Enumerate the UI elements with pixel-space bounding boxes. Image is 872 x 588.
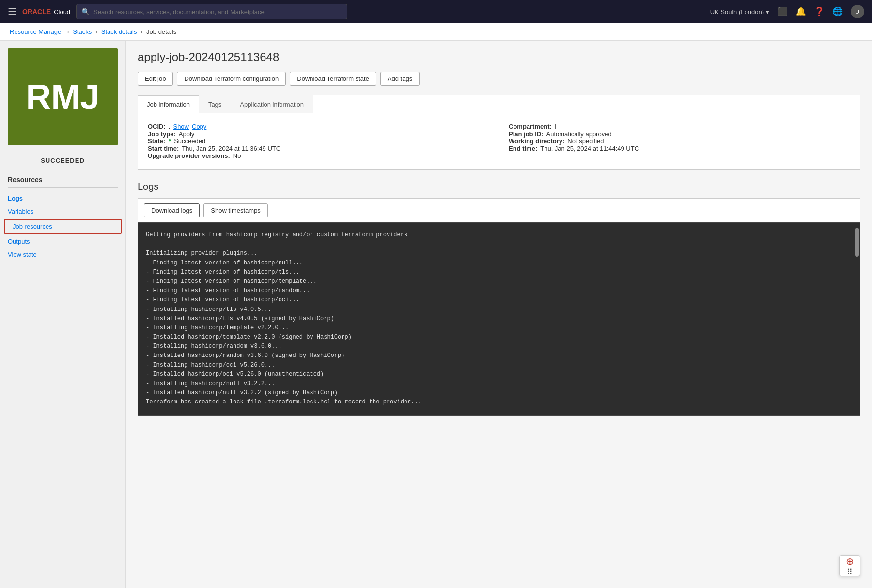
sidebar-link-job-resources[interactable]: Job resources bbox=[5, 220, 121, 233]
logs-title: Logs bbox=[138, 181, 860, 192]
resources-header: Resources bbox=[0, 168, 125, 187]
info-start-time-row: Start time: Thu, Jan 25, 2024 at 11:36:4… bbox=[148, 145, 489, 152]
info-job-type-row: Job type: Apply bbox=[148, 130, 489, 138]
sidebar-link-view-state[interactable]: View state bbox=[0, 248, 125, 261]
breadcrumb-resource-manager[interactable]: Resource Manager bbox=[10, 28, 63, 35]
breadcrumb-stack-details[interactable]: Stack details bbox=[101, 28, 137, 35]
download-tf-state-button[interactable]: Download Terraform state bbox=[290, 72, 376, 86]
working-dir-value: Not specified bbox=[567, 138, 604, 145]
start-time-label: Start time: bbox=[148, 145, 179, 152]
sidebar-link-logs[interactable]: Logs bbox=[0, 192, 125, 205]
tab-tags[interactable]: Tags bbox=[199, 95, 231, 113]
log-line: - Finding latest version of hashicorp/ra… bbox=[146, 286, 852, 295]
logs-section: Logs Download logs Show timestamps Getti… bbox=[138, 181, 860, 416]
log-scrollbar[interactable] bbox=[855, 228, 859, 257]
region-label: UK South (London) bbox=[710, 8, 764, 15]
sidebar-link-outputs[interactable]: Outputs bbox=[0, 235, 125, 248]
sidebar-item-variables[interactable]: Variables bbox=[0, 205, 125, 218]
download-logs-button[interactable]: Download logs bbox=[144, 203, 200, 217]
breadcrumb-stacks[interactable]: Stacks bbox=[73, 28, 92, 35]
cloud-text: Cloud bbox=[54, 8, 70, 15]
log-line: - Installed hashicorp/null v3.2.2 (signe… bbox=[146, 388, 852, 398]
job-icon-box: RMJ bbox=[8, 48, 118, 145]
log-line: - Finding latest version of hashicorp/nu… bbox=[146, 259, 852, 268]
log-line: Terraform has created a lock file .terra… bbox=[146, 398, 852, 407]
end-time-label: End time: bbox=[509, 145, 537, 152]
info-right-col: Compartment: i Plan job ID: Automaticall… bbox=[509, 123, 850, 159]
log-line: - Installed hashicorp/oci v5.26.0 (unaut… bbox=[146, 370, 852, 379]
state-value: Succeeded bbox=[174, 138, 205, 145]
page-title: apply-job-20240125113648 bbox=[138, 50, 860, 64]
log-line: - Finding latest version of hashicorp/tl… bbox=[146, 268, 852, 277]
compartment-label: Compartment: bbox=[509, 123, 552, 130]
end-time-value: Thu, Jan 25, 2024 at 11:44:49 UTC bbox=[540, 145, 639, 152]
lifebuoy-icon: ⊕ bbox=[846, 556, 854, 567]
job-initials: RMJ bbox=[26, 77, 99, 117]
breadcrumb-current: Job details bbox=[146, 28, 176, 35]
nav-right: UK South (London) ▾ ⬛ 🔔 ❓ 🌐 U bbox=[710, 5, 864, 18]
sidebar-item-job-resources[interactable]: Job resources bbox=[4, 219, 122, 234]
avatar[interactable]: U bbox=[851, 5, 864, 18]
log-line: - Installing hashicorp/null v3.2.2... bbox=[146, 379, 852, 388]
search-bar[interactable]: 🔍 bbox=[76, 4, 347, 19]
sidebar-item-logs[interactable]: Logs bbox=[0, 192, 125, 205]
sidebar-item-view-state[interactable]: View state bbox=[0, 248, 125, 261]
info-compartment-row: Compartment: i bbox=[509, 123, 850, 130]
notification-icon[interactable]: 🔔 bbox=[795, 6, 806, 17]
sidebar-link-variables[interactable]: Variables bbox=[0, 205, 125, 218]
start-time-value: Thu, Jan 25, 2024 at 11:36:49 UTC bbox=[182, 145, 280, 152]
ocid-copy-link[interactable]: Copy bbox=[192, 123, 206, 130]
sidebar-divider bbox=[8, 187, 118, 188]
edit-job-button[interactable]: Edit job bbox=[138, 72, 173, 86]
log-line: - Installing hashicorp/tls v4.0.5... bbox=[146, 305, 852, 314]
log-line: - Installing hashicorp/random v3.6.0... bbox=[146, 342, 852, 351]
log-line: Getting providers from hashicorp registr… bbox=[146, 231, 852, 240]
tab-job-information[interactable]: Job information bbox=[138, 95, 199, 113]
state-dot: ● bbox=[168, 138, 171, 143]
log-line: - Installing hashicorp/oci v5.26.0... bbox=[146, 361, 852, 370]
compartment-value: i bbox=[555, 123, 556, 130]
sidebar-item-outputs[interactable]: Outputs bbox=[0, 235, 125, 248]
log-line: - Installed hashicorp/random v3.6.0 (sig… bbox=[146, 351, 852, 360]
top-navigation: ☰ ORACLE Cloud 🔍 UK South (London) ▾ ⬛ 🔔… bbox=[0, 0, 872, 23]
main-layout: RMJ SUCCEEDED Resources Logs Variables J… bbox=[0, 41, 872, 588]
search-input[interactable] bbox=[93, 8, 342, 15]
add-tags-button[interactable]: Add tags bbox=[380, 72, 420, 86]
cloud-shell-icon[interactable]: ⬛ bbox=[777, 6, 788, 17]
log-line: - Installed hashicorp/template v2.2.0 (s… bbox=[146, 333, 852, 342]
log-line: Initializing provider plugins... bbox=[146, 249, 852, 258]
ocid-show-link[interactable]: Show bbox=[173, 123, 189, 130]
info-left-col: OCID: . Show Copy Job type: Apply State:… bbox=[148, 123, 489, 159]
working-dir-label: Working directory: bbox=[509, 138, 564, 145]
upgrade-provider-value: No bbox=[233, 152, 241, 159]
content-area: apply-job-20240125113648 Edit job Downlo… bbox=[126, 41, 872, 588]
hamburger-icon[interactable]: ☰ bbox=[8, 6, 16, 17]
info-end-time-row: End time: Thu, Jan 25, 2024 at 11:44:49 … bbox=[509, 145, 850, 152]
log-line: - Installing hashicorp/template v2.2.0..… bbox=[146, 324, 852, 333]
plan-job-id-label: Plan job ID: bbox=[509, 130, 544, 138]
breadcrumb: Resource Manager › Stacks › Stack detail… bbox=[0, 23, 872, 41]
info-plan-job-id-row: Plan job ID: Automatically approved bbox=[509, 130, 850, 138]
chevron-down-icon: ▾ bbox=[766, 8, 769, 15]
tab-application-information[interactable]: Application information bbox=[231, 95, 313, 113]
globe-icon[interactable]: 🌐 bbox=[832, 6, 843, 17]
state-label: State: bbox=[148, 138, 165, 145]
plan-job-id-value: Automatically approved bbox=[546, 130, 612, 138]
oracle-text: ORACLE bbox=[22, 8, 51, 15]
action-buttons: Edit job Download Terraform configuratio… bbox=[138, 72, 860, 86]
log-line: - Installed hashicorp/tls v4.0.5 (signed… bbox=[146, 314, 852, 324]
region-selector[interactable]: UK South (London) ▾ bbox=[710, 8, 769, 15]
help-icon[interactable]: ❓ bbox=[814, 6, 825, 17]
left-panel: RMJ SUCCEEDED Resources Logs Variables J… bbox=[0, 41, 126, 588]
info-state-row: State: ● Succeeded bbox=[148, 138, 489, 145]
job-type-value: Apply bbox=[179, 130, 195, 138]
log-terminal: Getting providers from hashicorp registr… bbox=[138, 222, 860, 416]
download-tf-config-button[interactable]: Download Terraform configuration bbox=[177, 72, 286, 86]
show-timestamps-button[interactable]: Show timestamps bbox=[203, 203, 268, 217]
upgrade-provider-label: Upgrade provider versions: bbox=[148, 152, 230, 159]
sidebar-nav: Logs Variables Job resources Outputs Vie… bbox=[0, 192, 125, 261]
info-working-dir-row: Working directory: Not specified bbox=[509, 138, 850, 145]
help-button[interactable]: ⊕ ⠿ bbox=[839, 555, 860, 576]
info-upgrade-provider-row: Upgrade provider versions: No bbox=[148, 152, 489, 159]
log-line: - Finding latest version of hashicorp/te… bbox=[146, 277, 852, 286]
